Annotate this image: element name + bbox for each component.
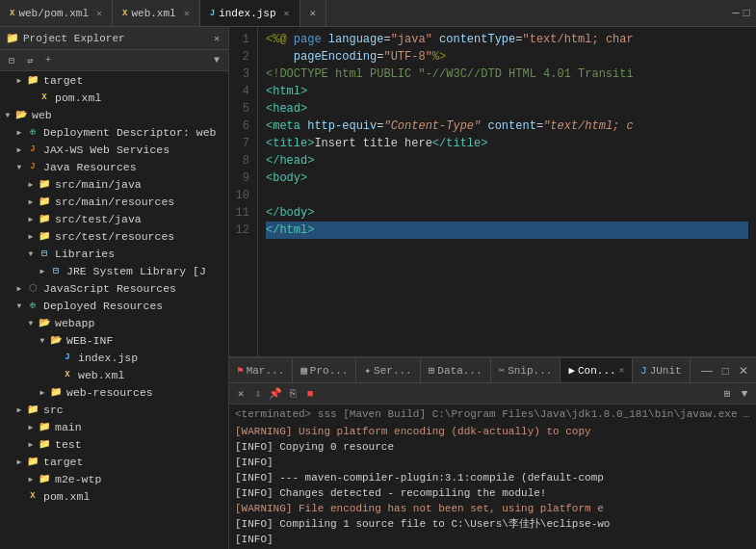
tree-node-label: src — [43, 404, 64, 416]
console-line: [WARNING] File encoding has not been set… — [235, 501, 750, 516]
tree-item[interactable]: ▼📂web — [0, 106, 228, 123]
maximize-panel-btn[interactable]: □ — [718, 364, 733, 378]
tree-node-label: Deployed Resources — [43, 300, 163, 312]
file-tree: ▶📁targetXpom.xml▼📂web▶⊕Deployment Descri… — [0, 71, 228, 549]
view-menu-btn[interactable]: ▼ — [209, 53, 224, 68]
collapse-all-btn[interactable]: ⊟ — [4, 53, 19, 68]
copy-btn[interactable]: ⎘ — [285, 386, 300, 402]
code-line: <%@ page language="java" contentType="te… — [266, 31, 748, 48]
tree-item[interactable]: ▶📁src/main/java — [0, 175, 228, 193]
tree-node-label: pom.xml — [55, 92, 101, 104]
code-line: <meta http-equiv="Content-Type" content=… — [266, 118, 748, 135]
minimize-icon[interactable]: — — [733, 7, 740, 20]
code-editor[interactable]: 123456789101112 <%@ page language="java"… — [229, 27, 756, 356]
console-output: <terminated> sss [Maven Build] C:\Progra… — [229, 405, 756, 549]
sidebar-toolbar: ⊟ ⇄ + ▼ — [0, 50, 228, 71]
bottom-tab-console[interactable]: ▶ Con... ✕ — [560, 358, 633, 382]
tree-node-icon: 📁 — [37, 212, 52, 225]
bottom-tab-snippets[interactable]: ✂ Snip... — [491, 358, 561, 382]
close-console-btn[interactable]: ✕ — [619, 365, 624, 376]
code-line: <!DOCTYPE html PUBLIC "-//W3C//DTD HTML … — [266, 65, 748, 83]
bottom-tab-markers[interactable]: ⚑ Mar... — [229, 358, 293, 382]
tree-node-icon: ⊟ — [48, 264, 64, 277]
tab-index-jsp[interactable]: J index.jsp ✕ — [200, 0, 300, 26]
tree-item[interactable]: ▶⊕Deployment Descriptor: web — [0, 123, 228, 141]
tree-node-label: Deployment Descriptor: web — [43, 126, 216, 139]
scroll-lock-btn[interactable]: ⇩ — [250, 386, 266, 402]
console-view-btn[interactable]: ▼ — [737, 386, 752, 402]
line-number: 12 — [233, 222, 249, 239]
tree-arrow-icon: ▶ — [13, 284, 25, 293]
tab-web-xml[interactable]: X web.xml ✕ — [113, 0, 200, 26]
tree-node-icon: 📁 — [37, 177, 52, 191]
close-tab-icon2[interactable]: ✕ — [184, 8, 190, 19]
tree-node-label: src/main/java — [55, 178, 142, 191]
tree-item[interactable]: ▼JJava Resources — [0, 158, 228, 175]
tree-item[interactable]: ▶📁src/main/resources — [0, 193, 228, 210]
tree-item[interactable]: ▼📂WEB-INF — [0, 331, 228, 349]
tree-node-icon: X — [60, 368, 75, 381]
clear-console-btn[interactable]: ✕ — [233, 386, 248, 402]
tree-node-icon: J — [25, 143, 40, 156]
tree-node-label: web — [32, 109, 52, 121]
close-sidebar-btn[interactable]: ✕ — [211, 32, 222, 45]
tab-pom-xml[interactable]: X web/pom.xml ✕ — [0, 0, 113, 26]
tree-item[interactable]: ▶📁src/test/resources — [0, 227, 228, 245]
tab-bar-controls: — □ — [727, 0, 756, 26]
maximize-icon[interactable]: □ — [743, 7, 750, 20]
tree-item[interactable]: ▶⬡JavaScript Resources — [0, 279, 228, 297]
link-editor-btn[interactable]: ⇄ — [22, 53, 38, 68]
tree-item[interactable]: ▶📁target — [0, 71, 228, 89]
editor-area: 123456789101112 <%@ page language="java"… — [229, 27, 756, 549]
bottom-tab-junit[interactable]: J JUnit — [633, 358, 691, 382]
tree-item[interactable]: Xpom.xml — [0, 89, 228, 106]
tree-node-icon: ⬡ — [25, 281, 40, 295]
bottom-tab-servers[interactable]: ✦ Ser... — [356, 358, 420, 382]
console-toolbar: ✕ ⇩ 📌 ⎘ ■ ⊞ ▼ — [229, 383, 756, 405]
tree-item[interactable]: ▶📁src — [0, 401, 228, 418]
tree-node-label: JAX-WS Web Services — [43, 144, 169, 156]
tree-item[interactable]: Xweb.xml — [0, 366, 228, 383]
tree-item[interactable]: ▶📁src/test/java — [0, 210, 228, 227]
tree-node-icon: X — [25, 489, 40, 503]
line-numbers: 123456789101112 — [229, 27, 258, 356]
new-file-btn[interactable]: + — [40, 53, 56, 68]
tree-item[interactable]: ▶⊟JRE System Library [J — [0, 262, 228, 279]
tree-arrow-icon: ▼ — [2, 111, 13, 119]
close-tab-icon3[interactable]: ✕ — [284, 8, 290, 19]
close-panel-btn[interactable]: ✕ — [735, 364, 752, 378]
snippets-icon: ✂ — [499, 364, 506, 377]
pin-btn[interactable]: 📌 — [268, 386, 283, 402]
tree-item[interactable]: ▶JJAX-WS Web Services — [0, 141, 228, 158]
close-tab-icon[interactable]: ✕ — [96, 8, 102, 19]
tree-node-icon: 📂 — [37, 316, 52, 329]
tree-item[interactable]: ▶📁target — [0, 453, 228, 470]
open-console-btn[interactable]: ⊞ — [719, 386, 735, 402]
tree-item[interactable]: ▼⊕Deployed Resources — [0, 297, 228, 314]
tree-item[interactable]: ▶📁test — [0, 435, 228, 453]
code-line: <title>Insert title here</title> — [266, 135, 748, 152]
line-number: 11 — [233, 204, 249, 222]
tree-item[interactable]: ▶📁m2e-wtp — [0, 470, 228, 487]
tree-item[interactable]: Jindex.jsp — [0, 349, 228, 366]
tree-item[interactable]: ▼📂webapp — [0, 314, 228, 331]
console-line: [INFO] Compiling 1 source file to C:\Use… — [235, 516, 750, 532]
tree-node-icon: 📁 — [37, 437, 52, 451]
code-content[interactable]: <%@ page language="java" contentType="te… — [258, 27, 756, 356]
minimize-panel-btn[interactable]: — — [697, 364, 717, 378]
tree-arrow-icon: ▶ — [13, 145, 25, 154]
code-line: <head> — [266, 100, 748, 118]
bottom-tab-properties[interactable]: ▦ Pro... — [293, 358, 356, 382]
tree-node-icon: 📁 — [37, 195, 52, 208]
tree-node-icon: 📂 — [48, 333, 64, 347]
xml-icon: X — [10, 9, 14, 18]
bottom-panel: ⚑ Mar... ▦ Pro... ✦ Ser... ⊞ Data... ✂ — [229, 356, 756, 549]
bottom-tab-data[interactable]: ⊞ Data... — [421, 358, 491, 382]
code-line: <body> — [266, 170, 748, 187]
tree-item[interactable]: Xpom.xml — [0, 487, 228, 505]
stop-btn[interactable]: ■ — [302, 386, 318, 402]
tree-item[interactable]: ▼⊟Libraries — [0, 245, 228, 262]
tab-extra[interactable]: ✕ — [300, 0, 327, 26]
tree-item[interactable]: ▶📁web-resources — [0, 383, 228, 401]
tree-item[interactable]: ▶📁main — [0, 418, 228, 435]
